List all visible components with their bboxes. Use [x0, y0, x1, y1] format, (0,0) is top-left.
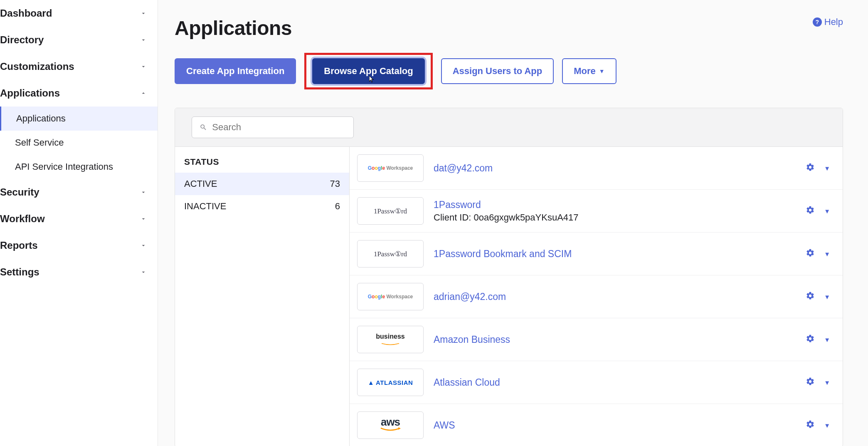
app-name-link[interactable]: Atlassian Cloud	[434, 377, 796, 388]
chevron-down-icon	[139, 9, 148, 17]
app-row: Google Workspacedat@y42.com▼	[350, 147, 843, 190]
app-actions: ▼	[806, 206, 830, 216]
app-info: adrian@y42.com	[434, 291, 796, 302]
gear-icon[interactable]	[806, 420, 815, 431]
app-actions: ▼	[806, 291, 830, 302]
gear-icon[interactable]	[806, 163, 815, 173]
chevron-down-icon[interactable]: ▼	[824, 336, 830, 343]
nav-label: Applications	[0, 87, 60, 99]
app-name-link[interactable]: 1Password	[434, 199, 796, 211]
app-row: 1Passw①rd1PasswordClient ID: 0oa6gxgwk5p…	[350, 190, 843, 233]
app-logo: ▲ ATLASSIAN	[357, 369, 424, 396]
more-button[interactable]: More ▼	[562, 58, 616, 84]
nav-label: Workflow	[0, 213, 45, 225]
app-actions: ▼	[806, 248, 830, 259]
chevron-down-icon	[139, 215, 148, 223]
sidebar-item-reports[interactable]: Reports	[0, 232, 158, 259]
gear-icon[interactable]	[806, 334, 815, 345]
help-label: Help	[824, 17, 843, 27]
create-app-integration-button[interactable]: Create App Integration	[175, 58, 296, 84]
chevron-down-icon[interactable]: ▼	[824, 422, 830, 429]
app-subtitle: Client ID: 0oa6gxgwk5paYKsuA417	[434, 212, 796, 223]
sidebar-item-applications[interactable]: Applications	[0, 80, 158, 107]
app-actions: ▼	[806, 420, 830, 431]
app-logo: aws	[357, 411, 424, 439]
app-logo: Google Workspace	[357, 154, 424, 182]
search-icon	[200, 123, 207, 131]
app-info: Atlassian Cloud	[434, 377, 796, 388]
app-row: ▲ ATLASSIANAtlassian Cloud▼	[350, 361, 843, 404]
nav-label: Customizations	[0, 61, 74, 72]
search-field-wrap[interactable]	[192, 116, 354, 138]
app-actions: ▼	[806, 334, 830, 345]
search-input[interactable]	[212, 122, 346, 133]
app-logo: 1Passw①rd	[357, 240, 424, 268]
app-row: awsAWS▼	[350, 404, 843, 446]
app-row: 1Passw①rd1Password Bookmark and SCIM▼	[350, 233, 843, 275]
app-actions: ▼	[806, 163, 830, 173]
app-name-link[interactable]: 1Password Bookmark and SCIM	[434, 248, 796, 260]
status-label: INACTIVE	[184, 201, 226, 212]
app-name-link[interactable]: dat@y42.com	[434, 163, 796, 174]
tutorial-highlight: Browse App Catalog	[304, 53, 432, 89]
app-logo: Google Workspace	[357, 283, 424, 310]
app-list: Google Workspacedat@y42.com▼1Passw①rd1Pa…	[350, 147, 843, 446]
app-row: Google Workspaceadrian@y42.com▼	[350, 275, 843, 318]
gear-icon[interactable]	[806, 206, 815, 216]
help-link[interactable]: ? Help	[813, 17, 843, 27]
action-bar: Create App Integration Browse App Catalo…	[175, 53, 843, 89]
nav-label: Directory	[0, 34, 44, 46]
chevron-down-icon: ▼	[599, 68, 605, 74]
sidebar-item-customizations[interactable]: Customizations	[0, 53, 158, 80]
gear-icon[interactable]	[806, 291, 815, 302]
app-info: AWS	[434, 420, 796, 431]
chevron-down-icon[interactable]: ▼	[824, 250, 830, 258]
nav-label: Dashboard	[0, 7, 52, 19]
help-icon: ?	[813, 17, 822, 27]
status-row-active[interactable]: ACTIVE 73	[175, 173, 349, 195]
more-label: More	[574, 66, 596, 77]
app-name-link[interactable]: AWS	[434, 420, 796, 431]
main-content: Applications ? Help Create App Integrati…	[158, 0, 868, 446]
nav-label: Security	[0, 186, 39, 198]
nav-label: Reports	[0, 240, 38, 251]
app-actions: ▼	[806, 377, 830, 388]
sidebar: Dashboard Directory Customizations Appli…	[0, 0, 158, 446]
sidebar-item-security[interactable]: Security	[0, 179, 158, 206]
browse-app-catalog-button[interactable]: Browse App Catalog	[312, 58, 424, 84]
chevron-down-icon	[139, 268, 148, 276]
gear-icon[interactable]	[806, 248, 815, 259]
chevron-down-icon[interactable]: ▼	[824, 379, 830, 386]
sidebar-sub-self-service[interactable]: Self Service	[0, 131, 158, 155]
sidebar-item-directory[interactable]: Directory	[0, 27, 158, 53]
sidebar-sub-applications[interactable]: Applications	[0, 107, 158, 131]
app-info: dat@y42.com	[434, 163, 796, 174]
status-label: ACTIVE	[184, 178, 217, 189]
app-info: Amazon Business	[434, 334, 796, 345]
sidebar-item-workflow[interactable]: Workflow	[0, 206, 158, 232]
status-count: 73	[330, 178, 340, 189]
chevron-down-icon[interactable]: ▼	[824, 208, 830, 215]
sidebar-sub-api-service-integrations[interactable]: API Service Integrations	[0, 155, 158, 179]
assign-users-button[interactable]: Assign Users to App	[441, 58, 554, 84]
chevron-down-icon[interactable]: ▼	[824, 165, 830, 172]
page-title: Applications	[175, 17, 292, 40]
app-name-link[interactable]: Amazon Business	[434, 334, 796, 345]
nav-label: Settings	[0, 266, 39, 278]
chevron-down-icon[interactable]: ▼	[824, 293, 830, 300]
sidebar-item-settings[interactable]: Settings	[0, 259, 158, 285]
status-count: 6	[335, 201, 340, 212]
chevron-down-icon	[139, 62, 148, 71]
page-header: Applications ? Help	[175, 17, 843, 40]
chevron-down-icon	[139, 188, 148, 196]
gear-icon[interactable]	[806, 377, 815, 388]
app-logo: business	[357, 326, 424, 353]
status-panel: STATUS ACTIVE 73 INACTIVE 6	[175, 147, 350, 446]
app-info: 1PasswordClient ID: 0oa6gxgwk5paYKsuA417	[434, 199, 796, 223]
content-body: STATUS ACTIVE 73 INACTIVE 6 Google Works…	[175, 147, 843, 446]
applications-panel: STATUS ACTIVE 73 INACTIVE 6 Google Works…	[175, 108, 843, 446]
app-info: 1Password Bookmark and SCIM	[434, 248, 796, 260]
sidebar-item-dashboard[interactable]: Dashboard	[0, 0, 158, 27]
status-row-inactive[interactable]: INACTIVE 6	[175, 195, 349, 218]
app-name-link[interactable]: adrian@y42.com	[434, 291, 796, 302]
